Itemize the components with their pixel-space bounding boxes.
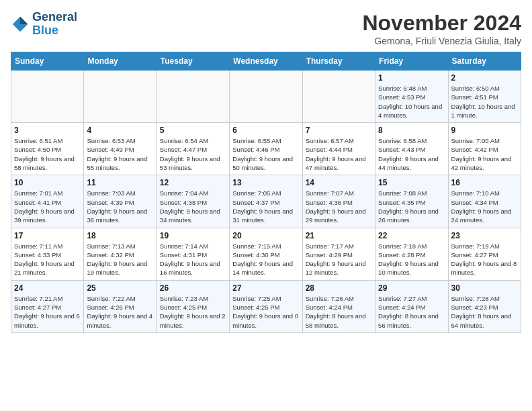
day-number: 30	[451, 283, 518, 293]
day-number: 2	[451, 73, 518, 83]
day-cell: 17Sunrise: 7:11 AM Sunset: 4:33 PM Dayli…	[11, 228, 84, 280]
day-number: 6	[232, 126, 299, 135]
day-cell	[11, 71, 84, 123]
day-cell: 23Sunrise: 7:19 AM Sunset: 4:27 PM Dayli…	[448, 228, 521, 280]
day-number: 24	[14, 283, 81, 293]
logo: General Blue	[11, 11, 77, 38]
day-header-monday: Monday	[84, 52, 157, 71]
day-number: 29	[378, 283, 445, 293]
day-cell	[302, 71, 375, 123]
title-block: November 2024 Gemona, Friuli Venezia Giu…	[362, 11, 521, 46]
day-detail: Sunrise: 7:14 AM Sunset: 4:31 PM Dayligh…	[160, 242, 226, 277]
day-cell: 8Sunrise: 6:58 AM Sunset: 4:43 PM Daylig…	[375, 123, 448, 175]
day-number: 9	[451, 126, 518, 135]
day-cell: 26Sunrise: 7:23 AM Sunset: 4:25 PM Dayli…	[157, 280, 229, 332]
day-number: 14	[306, 178, 372, 187]
day-detail: Sunrise: 6:54 AM Sunset: 4:47 PM Dayligh…	[160, 136, 226, 172]
svg-marker-1	[20, 17, 28, 24]
day-cell: 16Sunrise: 7:10 AM Sunset: 4:34 PM Dayli…	[448, 175, 521, 228]
day-detail: Sunrise: 7:03 AM Sunset: 4:39 PM Dayligh…	[87, 189, 153, 224]
day-cell	[84, 71, 157, 123]
day-number: 10	[14, 178, 81, 187]
day-cell: 3Sunrise: 6:51 AM Sunset: 4:50 PM Daylig…	[11, 123, 84, 175]
day-detail: Sunrise: 6:58 AM Sunset: 4:43 PM Dayligh…	[378, 136, 445, 172]
day-detail: Sunrise: 7:25 AM Sunset: 4:25 PM Dayligh…	[232, 294, 299, 330]
day-detail: Sunrise: 7:28 AM Sunset: 4:23 PM Dayligh…	[451, 294, 518, 330]
day-detail: Sunrise: 7:11 AM Sunset: 4:33 PM Dayligh…	[14, 242, 81, 277]
day-cell: 6Sunrise: 6:55 AM Sunset: 4:46 PM Daylig…	[230, 123, 302, 175]
day-number: 1	[378, 73, 445, 83]
day-cell: 14Sunrise: 7:07 AM Sunset: 4:36 PM Dayli…	[302, 175, 375, 228]
calendar-title: November 2024	[362, 11, 521, 36]
day-detail: Sunrise: 7:01 AM Sunset: 4:41 PM Dayligh…	[14, 189, 81, 224]
day-cell: 1Sunrise: 6:48 AM Sunset: 4:53 PM Daylig…	[375, 71, 448, 123]
day-cell	[230, 71, 302, 123]
day-detail: Sunrise: 7:15 AM Sunset: 4:30 PM Dayligh…	[232, 242, 299, 277]
day-number: 17	[14, 231, 81, 240]
day-detail: Sunrise: 6:48 AM Sunset: 4:53 PM Dayligh…	[378, 84, 445, 120]
week-row-4: 24Sunrise: 7:21 AM Sunset: 4:27 PM Dayli…	[11, 280, 521, 332]
day-detail: Sunrise: 7:22 AM Sunset: 4:26 PM Dayligh…	[87, 294, 153, 330]
header: General Blue November 2024 Gemona, Friul…	[11, 11, 521, 46]
day-number: 13	[232, 178, 299, 187]
day-header-tuesday: Tuesday	[157, 52, 229, 71]
day-detail: Sunrise: 7:19 AM Sunset: 4:27 PM Dayligh…	[451, 242, 518, 277]
day-detail: Sunrise: 7:05 AM Sunset: 4:37 PM Dayligh…	[232, 189, 299, 224]
week-row-3: 17Sunrise: 7:11 AM Sunset: 4:33 PM Dayli…	[11, 228, 521, 280]
day-cell: 25Sunrise: 7:22 AM Sunset: 4:26 PM Dayli…	[84, 280, 157, 332]
day-number: 12	[160, 178, 226, 187]
day-number: 8	[378, 126, 445, 135]
day-detail: Sunrise: 7:08 AM Sunset: 4:35 PM Dayligh…	[378, 189, 445, 224]
day-number: 11	[87, 178, 153, 187]
day-number: 7	[306, 126, 372, 135]
day-number: 19	[160, 231, 226, 240]
day-header-saturday: Saturday	[448, 52, 521, 71]
day-header-thursday: Thursday	[302, 52, 375, 71]
day-detail: Sunrise: 7:21 AM Sunset: 4:27 PM Dayligh…	[14, 294, 81, 330]
day-cell: 7Sunrise: 6:57 AM Sunset: 4:44 PM Daylig…	[302, 123, 375, 175]
day-detail: Sunrise: 6:50 AM Sunset: 4:51 PM Dayligh…	[451, 84, 518, 120]
logo-icon	[11, 15, 30, 34]
day-cell: 30Sunrise: 7:28 AM Sunset: 4:23 PM Dayli…	[448, 280, 521, 332]
day-detail: Sunrise: 7:26 AM Sunset: 4:24 PM Dayligh…	[306, 294, 372, 330]
week-row-1: 3Sunrise: 6:51 AM Sunset: 4:50 PM Daylig…	[11, 123, 521, 175]
day-cell: 18Sunrise: 7:13 AM Sunset: 4:32 PM Dayli…	[84, 228, 157, 280]
day-header-wednesday: Wednesday	[230, 52, 302, 71]
week-row-0: 1Sunrise: 6:48 AM Sunset: 4:53 PM Daylig…	[11, 71, 521, 123]
day-number: 5	[160, 126, 226, 135]
day-header-friday: Friday	[375, 52, 448, 71]
day-cell: 10Sunrise: 7:01 AM Sunset: 4:41 PM Dayli…	[11, 175, 84, 228]
day-cell: 4Sunrise: 6:53 AM Sunset: 4:49 PM Daylig…	[84, 123, 157, 175]
day-cell: 19Sunrise: 7:14 AM Sunset: 4:31 PM Dayli…	[157, 228, 229, 280]
day-cell: 22Sunrise: 7:18 AM Sunset: 4:28 PM Dayli…	[375, 228, 448, 280]
day-cell: 13Sunrise: 7:05 AM Sunset: 4:37 PM Dayli…	[230, 175, 302, 228]
day-detail: Sunrise: 7:27 AM Sunset: 4:24 PM Dayligh…	[378, 294, 445, 330]
day-number: 27	[232, 283, 299, 293]
calendar-subtitle: Gemona, Friuli Venezia Giulia, Italy	[362, 36, 521, 46]
day-number: 25	[87, 283, 153, 293]
days-header-row: SundayMondayTuesdayWednesdayThursdayFrid…	[11, 52, 521, 71]
calendar-table: SundayMondayTuesdayWednesdayThursdayFrid…	[11, 52, 521, 333]
logo-line1: General	[32, 11, 77, 24]
day-number: 23	[451, 231, 518, 240]
day-detail: Sunrise: 7:10 AM Sunset: 4:34 PM Dayligh…	[451, 189, 518, 224]
day-number: 15	[378, 178, 445, 187]
day-cell: 11Sunrise: 7:03 AM Sunset: 4:39 PM Dayli…	[84, 175, 157, 228]
day-cell: 27Sunrise: 7:25 AM Sunset: 4:25 PM Dayli…	[230, 280, 302, 332]
day-detail: Sunrise: 7:23 AM Sunset: 4:25 PM Dayligh…	[160, 294, 226, 330]
day-detail: Sunrise: 7:18 AM Sunset: 4:28 PM Dayligh…	[378, 242, 445, 277]
day-number: 16	[451, 178, 518, 187]
day-cell: 20Sunrise: 7:15 AM Sunset: 4:30 PM Dayli…	[230, 228, 302, 280]
day-cell: 21Sunrise: 7:17 AM Sunset: 4:29 PM Dayli…	[302, 228, 375, 280]
day-cell	[157, 71, 229, 123]
day-detail: Sunrise: 6:57 AM Sunset: 4:44 PM Dayligh…	[306, 136, 372, 172]
day-number: 20	[232, 231, 299, 240]
day-detail: Sunrise: 7:13 AM Sunset: 4:32 PM Dayligh…	[87, 242, 153, 277]
day-number: 4	[87, 126, 153, 135]
day-cell: 29Sunrise: 7:27 AM Sunset: 4:24 PM Dayli…	[375, 280, 448, 332]
logo-text: General Blue	[32, 11, 77, 38]
day-detail: Sunrise: 7:07 AM Sunset: 4:36 PM Dayligh…	[306, 189, 372, 224]
week-row-2: 10Sunrise: 7:01 AM Sunset: 4:41 PM Dayli…	[11, 175, 521, 228]
day-cell: 12Sunrise: 7:04 AM Sunset: 4:38 PM Dayli…	[157, 175, 229, 228]
day-cell: 15Sunrise: 7:08 AM Sunset: 4:35 PM Dayli…	[375, 175, 448, 228]
